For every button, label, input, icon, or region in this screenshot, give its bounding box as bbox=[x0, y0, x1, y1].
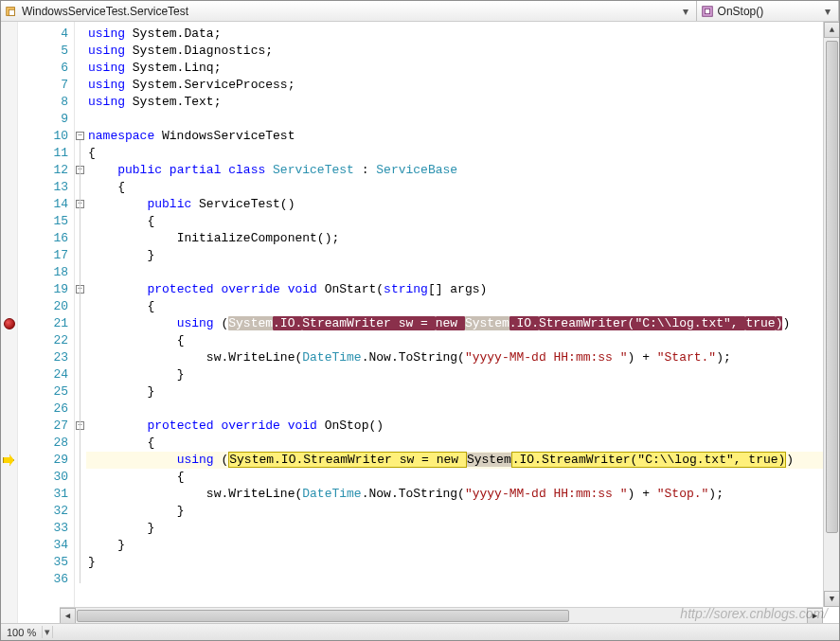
line-number: 26 bbox=[18, 401, 74, 418]
code-line[interactable]: using System.Diagnostics; bbox=[86, 43, 839, 60]
code-line[interactable]: } bbox=[86, 554, 839, 571]
line-number: 10 bbox=[18, 128, 74, 145]
code-line[interactable]: using (System.IO.StreamWriter sw = new S… bbox=[86, 452, 839, 469]
code-line[interactable]: public ServiceTest() bbox=[86, 196, 839, 213]
line-number: 29 bbox=[18, 452, 74, 469]
code-line[interactable]: } bbox=[86, 537, 839, 554]
member-dropdown-label: OnStop() bbox=[718, 5, 764, 18]
code-line[interactable]: protected override void OnStop() bbox=[86, 418, 839, 435]
horizontal-scrollbar[interactable]: ◀ ▶ bbox=[60, 607, 823, 623]
zoom-level: 100 % bbox=[1, 627, 42, 638]
line-number: 30 bbox=[18, 469, 74, 486]
code-line[interactable]: { bbox=[86, 435, 839, 452]
line-number-gutter: 4567891011121314151617181920212223242526… bbox=[18, 22, 75, 623]
line-number: 8 bbox=[18, 94, 74, 111]
code-line[interactable]: { bbox=[86, 145, 839, 162]
code-line[interactable]: using System.Text; bbox=[86, 94, 839, 111]
line-number: 33 bbox=[18, 520, 74, 537]
line-number: 5 bbox=[18, 43, 74, 60]
outlining-margin[interactable]: −−−−− bbox=[75, 22, 86, 623]
line-number: 17 bbox=[18, 247, 74, 264]
code-line[interactable]: protected override void OnStart(string[]… bbox=[86, 281, 839, 298]
code-line[interactable]: using System.ServiceProcess; bbox=[86, 77, 839, 94]
line-number: 4 bbox=[18, 26, 74, 43]
line-number: 16 bbox=[18, 230, 74, 247]
code-line[interactable]: InitializeComponent(); bbox=[86, 230, 839, 247]
line-number: 24 bbox=[18, 366, 74, 383]
line-number: 34 bbox=[18, 537, 74, 554]
code-line[interactable] bbox=[86, 571, 839, 588]
line-number: 20 bbox=[18, 298, 74, 315]
line-number: 36 bbox=[18, 571, 74, 588]
outline-collapse-icon[interactable]: − bbox=[76, 132, 84, 140]
code-line[interactable]: { bbox=[86, 298, 839, 315]
line-number: 15 bbox=[18, 213, 74, 230]
line-number: 11 bbox=[18, 145, 74, 162]
class-dropdown[interactable]: WindowsServiceTest.ServiceTest ▾ bbox=[1, 1, 697, 21]
method-icon bbox=[701, 5, 714, 18]
breakpoint-icon[interactable] bbox=[4, 318, 15, 329]
code-line[interactable]: } bbox=[86, 383, 839, 401]
line-number: 21 bbox=[18, 315, 74, 332]
svg-rect-1 bbox=[9, 9, 14, 15]
line-number: 23 bbox=[18, 349, 74, 366]
scroll-thumb[interactable] bbox=[77, 610, 569, 622]
code-line[interactable]: using System.Linq; bbox=[86, 60, 839, 77]
navigation-bar: WindowsServiceTest.ServiceTest ▾ OnStop(… bbox=[1, 1, 839, 22]
breakpoint-margin[interactable] bbox=[1, 22, 18, 623]
scroll-thumb[interactable] bbox=[826, 41, 838, 533]
code-line[interactable]: { bbox=[86, 469, 839, 486]
line-number: 35 bbox=[18, 554, 74, 571]
line-number: 19 bbox=[18, 281, 74, 298]
code-line[interactable]: { bbox=[86, 179, 839, 196]
code-line[interactable]: namespace WindowsServiceTest bbox=[86, 128, 839, 145]
code-line[interactable]: } bbox=[86, 247, 839, 264]
scroll-right-arrow-icon[interactable]: ▶ bbox=[807, 608, 823, 624]
chevron-down-icon: ▾ bbox=[679, 5, 692, 18]
chevron-down-icon: ▾ bbox=[821, 5, 834, 18]
scroll-up-arrow-icon[interactable]: ▲ bbox=[824, 22, 840, 38]
vertical-scrollbar[interactable]: ▲ ▼ bbox=[823, 22, 839, 607]
code-editor[interactable]: 4567891011121314151617181920212223242526… bbox=[1, 22, 839, 623]
code-line[interactable]: { bbox=[86, 213, 839, 230]
line-number: 14 bbox=[18, 196, 74, 213]
code-line[interactable]: } bbox=[86, 366, 839, 383]
code-surface[interactable]: using System.Data;using System.Diagnosti… bbox=[86, 22, 839, 623]
zoom-dropdown-icon[interactable]: ▾ bbox=[42, 626, 53, 638]
scroll-down-arrow-icon[interactable]: ▼ bbox=[824, 591, 840, 607]
code-line[interactable] bbox=[86, 401, 839, 418]
line-number: 13 bbox=[18, 179, 74, 196]
svg-rect-3 bbox=[705, 9, 709, 13]
line-number: 12 bbox=[18, 162, 74, 179]
line-number: 7 bbox=[18, 77, 74, 94]
line-number: 31 bbox=[18, 486, 74, 503]
line-number: 6 bbox=[18, 60, 74, 77]
outline-guide bbox=[80, 140, 80, 583]
status-bar: 100 % ▾ bbox=[1, 623, 839, 640]
scroll-left-arrow-icon[interactable]: ◀ bbox=[60, 608, 76, 624]
code-line[interactable]: using System.Data; bbox=[86, 26, 839, 43]
code-line[interactable] bbox=[86, 111, 839, 128]
code-line[interactable] bbox=[86, 264, 839, 281]
class-dropdown-label: WindowsServiceTest.ServiceTest bbox=[22, 5, 188, 18]
class-icon bbox=[5, 5, 18, 18]
code-line[interactable]: } bbox=[86, 520, 839, 537]
line-number: 22 bbox=[18, 332, 74, 349]
current-statement-icon[interactable] bbox=[3, 454, 14, 466]
member-dropdown[interactable]: OnStop() ▾ bbox=[697, 1, 839, 21]
code-line[interactable]: { bbox=[86, 332, 839, 349]
code-line[interactable]: sw.WriteLine(DateTime.Now.ToString("yyyy… bbox=[86, 349, 839, 366]
code-line[interactable]: using (System.IO.StreamWriter sw = new S… bbox=[86, 315, 839, 332]
line-number: 28 bbox=[18, 435, 74, 452]
line-number: 9 bbox=[18, 111, 74, 128]
line-number: 27 bbox=[18, 418, 74, 435]
line-number: 18 bbox=[18, 264, 74, 281]
line-number: 25 bbox=[18, 383, 74, 401]
code-line[interactable]: public partial class ServiceTest : Servi… bbox=[86, 162, 839, 179]
code-line[interactable]: } bbox=[86, 503, 839, 520]
code-line[interactable]: sw.WriteLine(DateTime.Now.ToString("yyyy… bbox=[86, 486, 839, 503]
line-number: 32 bbox=[18, 503, 74, 520]
